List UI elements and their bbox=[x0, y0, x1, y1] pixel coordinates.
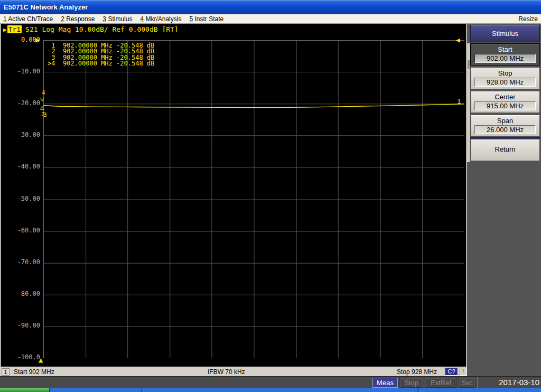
badge-meas: Meas bbox=[372, 378, 398, 388]
menu-item-stimulus[interactable]: 3 Stimulus bbox=[102, 15, 132, 23]
menu-item-instr-state[interactable]: 5 Instr State bbox=[189, 15, 223, 23]
softkey-stop[interactable]: Stop 928.00 MHz bbox=[470, 67, 540, 89]
y-axis-label: -40.00 bbox=[1, 163, 40, 170]
channel-number: 1 bbox=[2, 368, 10, 376]
softkey-start-label: Start bbox=[471, 45, 539, 53]
marker-4-down-triangle-icon[interactable]: ▽ bbox=[40, 96, 44, 103]
menu-item-mkr-analysis[interactable]: 4 Mkr/Analysis bbox=[140, 15, 181, 23]
trace-header: ▶Tr1S21 Log Mag 10.00dB/ Ref 0.000dB [RT… bbox=[3, 25, 179, 33]
ref-level-right-icon: ◀ bbox=[456, 36, 460, 44]
graticule-plot bbox=[43, 40, 464, 358]
y-axis-label: -70.00 bbox=[1, 258, 40, 266]
app-window: E5071C Network Analyzer 1 Active Ch/Trac… bbox=[0, 0, 541, 392]
trace-name[interactable]: Tr1 bbox=[7, 25, 22, 33]
softkey-span-label: Span bbox=[471, 117, 539, 125]
marker-table: 1 902.00000 MHz -20.548 dB 2 902.00000 M… bbox=[48, 43, 154, 67]
status-stop-frequency: Stop 928 MHz bbox=[397, 368, 437, 376]
active-trace-arrow-icon: ▶ bbox=[3, 26, 7, 33]
y-axis-label: -90.00 bbox=[1, 322, 40, 329]
menu-item-resize[interactable]: Resize bbox=[518, 15, 538, 23]
y-axis-label: -10.00 bbox=[1, 68, 40, 75]
taskbar-segment-divider bbox=[141, 388, 142, 392]
menu-key: 3 bbox=[102, 15, 106, 23]
softkey-stop-value: 928.00 MHz bbox=[474, 78, 536, 87]
softkey-center-value: 915.00 MHz bbox=[474, 101, 536, 110]
menu-key: 1 bbox=[3, 15, 7, 23]
softkey-span[interactable]: Span 26.000 MHz bbox=[470, 115, 540, 136]
badge-stop: Stop bbox=[399, 378, 423, 388]
softkey-menu-title: Stimulus bbox=[470, 25, 540, 42]
taskbar bbox=[0, 388, 541, 392]
y-axis-label: -30.00 bbox=[1, 131, 40, 138]
softkey-return-label: Return bbox=[495, 145, 515, 153]
softkey-start-value: 902.00 MHz bbox=[474, 54, 536, 63]
instrument-status-bar: Meas Stop ExtRef Svc 2017-03-10 09:09 bbox=[0, 376, 541, 388]
menu-item-active-ch-trace[interactable]: 1 Active Ch/Trace bbox=[3, 15, 53, 23]
marker-3-label: 3 bbox=[43, 111, 47, 118]
y-axis-label: 0.000 bbox=[1, 36, 40, 43]
ref-level-left-icon: ▶ bbox=[35, 36, 40, 44]
softkey-return[interactable]: Return bbox=[470, 139, 540, 161]
y-axis-label: -20.00 bbox=[1, 99, 40, 107]
menu-key: 5 bbox=[189, 15, 193, 23]
y-axis-label: -80.00 bbox=[1, 290, 40, 297]
y-axis-label: -50.00 bbox=[1, 195, 40, 202]
menubar: 1 Active Ch/Trace 2 Response 3 Stimulus … bbox=[0, 14, 541, 24]
menu-item-response[interactable]: 2 Response bbox=[61, 15, 95, 23]
marker-row: >4 902.00000 MHz -20.548 dB bbox=[48, 61, 154, 67]
y-axis-label: -60.00 bbox=[1, 227, 40, 234]
analyzer-screen: ▶Tr1S21 Log Mag 10.00dB/ Ref 0.000dB [RT… bbox=[0, 24, 467, 367]
correction-badge: C? bbox=[445, 368, 458, 376]
trace-settings: S21 Log Mag 10.00dB/ Ref 0.000dB [RT] bbox=[25, 25, 179, 33]
warning-badge: ! bbox=[460, 368, 467, 376]
status-ifbw: IFBW 70 kHz bbox=[208, 368, 245, 376]
status-start-frequency: Start 902 MHz bbox=[14, 368, 54, 376]
window-title: E5071C Network Analyzer bbox=[4, 3, 88, 11]
y-axis-label: -100.0 bbox=[1, 353, 40, 361]
softkey-stop-label: Stop bbox=[471, 69, 539, 77]
badge-extref: ExtRef bbox=[425, 378, 457, 388]
softkey-center-label: Center bbox=[471, 93, 539, 101]
trace-number-label: 1 bbox=[457, 98, 461, 105]
sweep-position-icon: ▲ bbox=[39, 356, 43, 364]
menu-label: Stimulus bbox=[108, 15, 132, 23]
badge-svc: Svc bbox=[459, 378, 475, 388]
marker-stack-up-triangle-icon[interactable]: △ bbox=[40, 104, 44, 111]
window-titlebar[interactable]: E5071C Network Analyzer bbox=[0, 0, 541, 14]
menu-key: 2 bbox=[61, 15, 64, 23]
menu-label: Response bbox=[66, 15, 95, 23]
taskbar-segment-divider bbox=[417, 388, 418, 392]
menu-key: 4 bbox=[140, 15, 144, 23]
softkey-center[interactable]: Center 915.00 MHz bbox=[470, 91, 540, 113]
taskbar-start-button[interactable] bbox=[0, 388, 50, 392]
softkey-span-value: 26.000 MHz bbox=[474, 125, 536, 134]
softkey-start[interactable]: Start 902.00 MHz bbox=[470, 43, 540, 66]
softkey-scrollbar-handle[interactable] bbox=[468, 60, 470, 69]
menu-label: Instr State bbox=[194, 15, 223, 23]
menu-label: Mkr/Analysis bbox=[145, 15, 181, 23]
datetime-display: 2017-03-10 09:09 bbox=[477, 377, 541, 388]
status-bar: 1 Start 902 MHz IFBW 70 kHz Stop 928 MHz… bbox=[0, 367, 467, 376]
menu-label: Active Ch/Trace bbox=[8, 15, 53, 23]
softkey-panel: Stimulus Start 902.00 MHz Stop 928.00 MH… bbox=[467, 24, 541, 376]
